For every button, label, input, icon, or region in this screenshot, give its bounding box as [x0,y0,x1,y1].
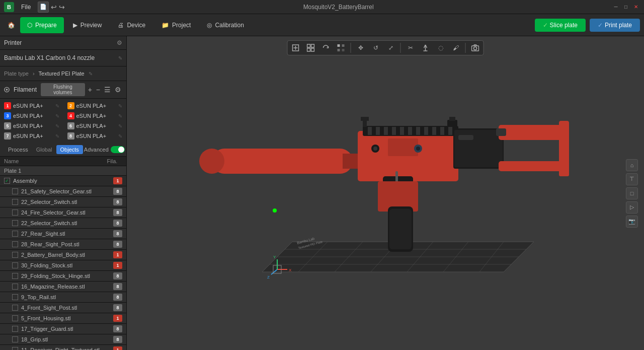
filament-item-5[interactable]: 5 eSUN PLA+ ✎ [0,121,63,131]
list-item[interactable]: 22_Selector_Switch.stl 8 [0,218,126,229]
close-button[interactable]: ✕ [632,3,640,11]
item-checkbox-12[interactable] [12,315,18,321]
item-checkbox-5[interactable] [12,241,18,247]
filament-item-1[interactable]: 1 eSUN PLA+ ✎ [0,101,63,111]
view-front-button[interactable]: □ [626,187,638,199]
filament-edit-5[interactable]: ✎ [55,123,59,129]
list-item[interactable]: 22_Selector_Switch.stl 8 [0,197,126,207]
camera-button[interactable] [468,42,482,54]
tab-calibration[interactable]: ◎ Calibration [200,17,251,33]
toolbar-new[interactable]: 📄 [38,2,49,13]
filament-edit-8[interactable]: ✎ [118,133,122,139]
assembly-checkbox[interactable]: ✓ [4,178,10,184]
tab-preview[interactable]: ▶ Preview [66,17,109,33]
sub-tab-process[interactable]: Process [4,145,32,154]
view-screenshot-button[interactable]: 📷 [626,216,638,228]
filament-list-button[interactable]: ☰ [103,86,112,94]
filament-item-2[interactable]: 2 eSUN PLA+ ✎ [63,101,127,111]
item-checkbox-6[interactable] [12,252,18,258]
list-item[interactable]: 18_Grip.stl 8 [0,334,126,345]
filament-edit-3[interactable]: ✎ [55,113,59,119]
item-checkbox-8[interactable] [12,273,18,279]
move-button[interactable]: ✥ [354,42,368,54]
list-item[interactable]: 17_Trigger_Guard.stl 8 [0,324,126,334]
plate-item[interactable]: Plate 1 [0,166,126,176]
filament-edit-4[interactable]: ✎ [118,113,122,119]
minimize-button[interactable]: ─ [612,3,620,11]
orient-button[interactable] [319,42,333,54]
list-item[interactable]: 24_Fire_Selector_Gear.stl 8 [0,207,126,218]
item-checkbox-7[interactable] [12,262,18,268]
filament-add-button[interactable]: + [87,86,93,94]
slice-plate-button[interactable]: ✓ Slice plate [535,19,586,32]
view-top-button[interactable]: ⊤ [626,173,638,185]
cut-button[interactable]: ✂ [404,42,418,54]
filament-edit-6[interactable]: ✎ [118,123,122,129]
svg-rect-50 [432,127,436,135]
filament-item-3[interactable]: 3 eSUN PLA+ ✎ [0,111,63,121]
filament-item-4[interactable]: 4 eSUN PLA+ ✎ [63,111,127,121]
seam-button[interactable]: ◌ [434,42,448,54]
item-checkbox-13[interactable] [12,326,18,332]
scale-button[interactable]: ⤢ [384,42,398,54]
filament-edit-1[interactable]: ✎ [55,103,59,109]
filament-settings-button[interactable]: ⚙ [114,86,122,94]
item-checkbox-0[interactable] [12,188,18,194]
list-item[interactable]: 16_Magazine_Release.stl 8 [0,282,126,292]
support-button[interactable] [419,42,433,54]
printer-settings-icon[interactable]: ⚙ [117,39,122,46]
item-checkbox-10[interactable] [12,294,18,300]
view-home-button[interactable]: ⌂ [626,159,638,171]
viewport[interactable]: ✥ ↺ ⤢ ✂ ◌ 🖌 [127,36,644,350]
home-button[interactable]: 🏠 [4,18,18,32]
view-right-button[interactable]: ▷ [626,201,638,214]
maximize-button[interactable]: □ [622,3,630,11]
arrange-button[interactable] [334,42,348,54]
item-checkbox-15[interactable] [12,347,18,350]
tab-project[interactable]: 📁 Project [154,17,198,33]
paint-button[interactable]: 🖌 [449,42,463,54]
assembly-row[interactable]: ✓ Assembly 1 [0,176,126,186]
list-item[interactable]: 11_Receiver_Right_Textured.stl 1 [0,345,126,350]
print-plate-button[interactable]: ✓ Print plate [590,19,640,32]
item-checkbox-9[interactable] [12,284,18,290]
list-item[interactable]: 4_Front_Sight_Post.stl 8 [0,303,126,313]
plate-edit-icon[interactable]: ✎ [89,71,93,77]
filament-item-6[interactable]: 6 eSUN PLA+ ✎ [63,121,127,131]
filament-item-8[interactable]: 8 eSUN PLA+ ✎ [63,131,127,141]
model-area[interactable]: Bambu Lab Textured PEI Plate [127,36,644,350]
item-checkbox-3[interactable] [12,220,18,226]
filament-remove-button[interactable]: − [95,86,101,94]
rotate-button[interactable]: ↺ [369,42,383,54]
printer-edit-icon[interactable]: ✎ [118,55,122,61]
menu-file[interactable]: File [18,3,34,12]
list-item[interactable]: 2_Battery_Barrel_Body.stl 1 [0,250,126,260]
list-item[interactable]: 5_Front_Housing.stl 1 [0,313,126,324]
list-item[interactable]: 28_Rear_Sight_Post.stl 8 [0,239,126,250]
item-checkbox-11[interactable] [12,305,18,311]
advanced-toggle-switch[interactable] [111,146,125,153]
grid-view-button[interactable] [304,42,318,54]
list-item[interactable]: 27_Rear_Sight.stl 8 [0,229,126,239]
sub-tab-objects[interactable]: Objects [56,145,83,154]
filament-item-7[interactable]: 7 eSUN PLA+ ✎ [0,131,63,141]
item-checkbox-14[interactable] [12,336,18,342]
flushing-volumes-button[interactable]: Flushing volumes [41,83,85,96]
item-name-7: 30_Folding_Stock.stl [21,262,113,268]
toolbar-undo[interactable]: ↩ [51,2,57,13]
list-item[interactable]: 9_Top_Rail.stl 8 [0,292,126,303]
list-item[interactable]: 30_Folding_Stock.stl 1 [0,260,126,271]
list-item[interactable]: 29_Folding_Stock_Hinge.stl 8 [0,271,126,282]
filament-edit-7[interactable]: ✎ [55,133,59,139]
tab-device[interactable]: 🖨 Device [111,17,152,33]
list-item[interactable]: 21_Safety_Selector_Gear.stl 8 [0,186,126,197]
item-checkbox-2[interactable] [12,209,18,216]
item-checkbox-1[interactable] [12,199,18,205]
tab-prepare[interactable]: ⬡ Prepare [20,17,64,33]
add-object-button[interactable] [289,42,303,54]
filament-edit-2[interactable]: ✎ [118,103,122,109]
plate-type-value[interactable]: Textured PEI Plate [39,71,85,77]
item-checkbox-4[interactable] [12,231,18,237]
toolbar-redo[interactable]: ↪ [59,2,65,13]
global-button[interactable]: Global [33,145,55,154]
